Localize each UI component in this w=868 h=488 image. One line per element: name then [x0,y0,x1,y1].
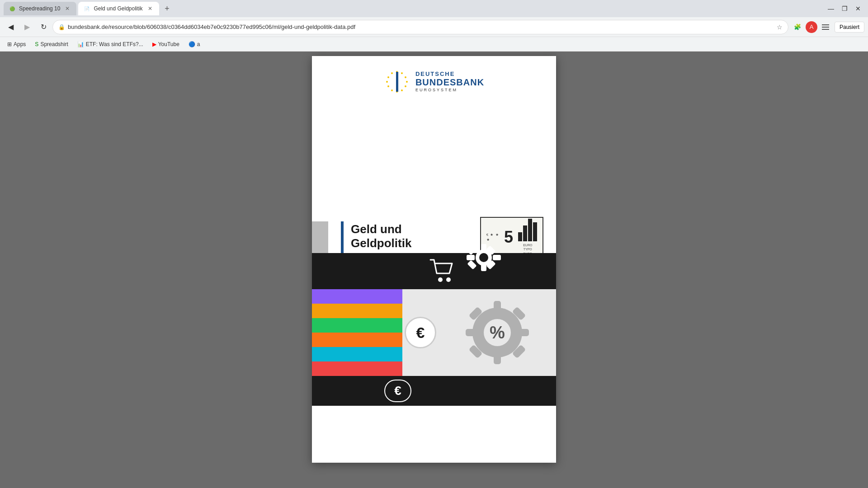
color-band-green [312,318,402,333]
svg-point-8 [391,89,393,91]
bottom-euro-strip: € [312,376,556,406]
logo-text-block: DEUTSCHE BUNDESBANK EUROSYSTEM [415,71,484,93]
svg-point-11 [387,76,389,78]
svg-point-12 [391,72,393,74]
window-controls: — ❐ ✕ [825,2,864,15]
minimize-button[interactable]: — [825,2,837,15]
color-band-teal [312,347,402,361]
content-area: DEUTSCHE BUNDESBANK EUROSYSTEM Geld und [0,52,868,488]
bookmark-a[interactable]: 🔵 a [185,40,204,49]
svg-point-4 [406,81,408,83]
bookmark-a-label: a [197,41,200,47]
banknote-euro-label: € ★ ★ [486,233,499,237]
new-tab-button[interactable]: + [161,2,174,15]
pdf-title-line2: Geldpolitik [351,236,411,250]
gear-percent-widget: % [457,292,538,373]
paused-button[interactable]: Pausiert [835,22,864,33]
banknote-bars [518,219,537,241]
bookmark-youtube-label: YouTube [158,41,179,47]
toolbar: ◀ ▶ ↻ 🔒 bundesbank.de/resource/blob/6060… [0,17,868,37]
euro-badge-area: € [402,289,439,376]
logo-wrapper: DEUTSCHE BUNDESBANK EUROSYSTEM [384,69,484,95]
pdf-lower-section: € [312,289,556,376]
svg-point-10 [386,81,388,83]
tab-favicon-geld: 📄 [84,5,90,12]
bookmark-etf[interactable]: 📊 ETF: Was sind ETFs?... [74,40,147,49]
svg-rect-27 [494,301,501,314]
a-favicon-icon: 🔵 [189,41,195,47]
close-button[interactable]: ✕ [852,2,864,15]
pdf-middle-space [312,104,556,212]
svg-rect-17 [481,244,486,252]
youtube-icon: ▶ [152,41,156,47]
pdf-page: DEUTSCHE BUNDESBANK EUROSYSTEM Geld und [312,56,556,406]
pdf-container: DEUTSCHE BUNDESBANK EUROSYSTEM Geld und [312,56,556,463]
tab-favicon-speedreading: 🟢 [9,5,15,12]
svg-point-6 [401,89,403,91]
gear-icon-large-container [448,244,520,291]
color-band-red [312,361,402,376]
svg-rect-19 [467,255,475,260]
pdf-footer-band [312,253,556,289]
address-bar[interactable]: 🔒 bundesbank.de/resource/blob/606038/c03… [52,20,788,34]
tab-speedreading[interactable]: 🟢 Speedreading 10 ✕ [4,2,76,15]
bookmarks-bar: ⊞ Apps S Spreadshirt 📊 ETF: Was sind ETF… [0,37,868,52]
euro-badge-circle: € [405,317,436,348]
profile-icon[interactable]: A [806,21,817,33]
svg-point-13 [438,277,443,282]
bookmark-apps[interactable]: ⊞ Apps [4,40,29,49]
gear-percent-container: % [439,289,556,376]
title-gray-block [312,221,328,253]
svg-point-2 [401,72,403,74]
svg-rect-28 [494,352,501,364]
apps-icon: ⊞ [7,41,12,47]
tab-close-geld[interactable]: ✕ [146,5,154,12]
tab-title-speedreading: Speedreading 10 [19,5,60,12]
forward-button[interactable]: ▶ [20,20,34,34]
title-bar: 🟢 Speedreading 10 ✕ 📄 Geld und Geldpolit… [0,0,868,17]
svg-rect-20 [493,255,501,260]
svg-rect-21 [467,245,476,255]
svg-point-3 [405,76,406,78]
bookmark-etf-label: ETF: Was sind ETFs?... [86,41,143,47]
tab-title-geld: Geld und Geldpolitik [94,5,142,12]
color-bands [312,289,402,376]
color-band-purple [312,289,402,304]
bookmark-apps-label: Apps [14,41,26,47]
menu-button[interactable] [818,20,833,34]
svg-rect-18 [481,263,486,271]
bookmark-spreadshirt[interactable]: S Spreadshirt [31,40,71,49]
percent-symbol: % [490,323,505,343]
paused-label: Pausiert [840,24,859,30]
svg-rect-30 [516,329,529,336]
svg-point-5 [405,85,406,87]
reload-button[interactable]: ↻ [36,20,51,34]
tab-close-speedreading[interactable]: ✕ [64,5,71,12]
bookmark-spreadshirt-label: Spreadshirt [40,41,68,47]
pdf-title-line1: Geld und [351,222,402,236]
bookmark-youtube[interactable]: ▶ YouTube [149,40,183,49]
etf-icon: 📊 [77,41,84,47]
euro-symbol-2: € [394,384,401,398]
browser-frame: 🟢 Speedreading 10 ✕ 📄 Geld und Geldpolit… [0,0,868,488]
euro-badge-dark: € [384,380,411,402]
extensions-icon[interactable]: 🧩 [790,20,805,34]
lock-icon: 🔒 [58,24,65,30]
address-text: bundesbank.de/resource/blob/606038/c0364… [68,23,774,30]
maximize-button[interactable]: ❐ [838,2,851,15]
star-icon[interactable]: ☆ [777,23,783,31]
svg-point-16 [479,253,488,262]
svg-point-9 [387,85,389,87]
svg-rect-24 [467,260,476,269]
toolbar-actions: 🧩 A [790,20,833,34]
euro-symbol-1: € [416,324,425,342]
spreadshirt-icon: S [35,41,38,47]
back-button[interactable]: ◀ [4,20,18,34]
banknote-small-text: ★ [486,238,490,242]
color-band-orange [312,333,402,347]
logo-eurosystem-text: EUROSYSTEM [415,88,484,93]
logo-deutsche-text: DEUTSCHE [415,71,484,77]
tab-geld[interactable]: 📄 Geld und Geldpolitik ✕ [78,2,159,15]
svg-rect-29 [466,329,478,336]
gear-icon-top [448,244,520,289]
